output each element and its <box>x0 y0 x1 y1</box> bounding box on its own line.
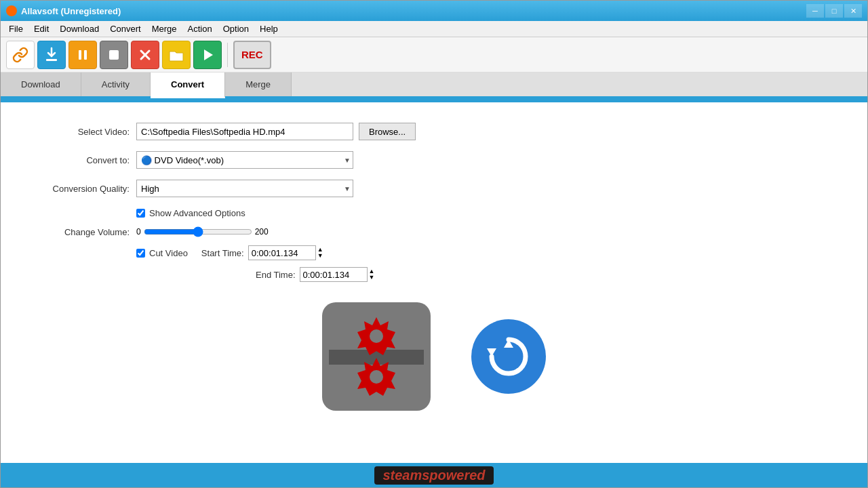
quality-label: Conversion Quality: <box>28 184 136 194</box>
menu-convert[interactable]: Convert <box>104 22 146 35</box>
convert-to-wrapper: 🔵 DVD Video(*.vob) ▼ <box>136 151 353 169</box>
quality-row: Conversion Quality: High Medium Low ▼ <box>28 180 840 197</box>
volume-slider[interactable] <box>144 226 252 237</box>
tab-download[interactable]: Download <box>1 73 81 96</box>
bottom-bar: steamspowered <box>1 463 867 487</box>
quality-wrapper: High Medium Low ▼ <box>136 180 353 197</box>
browse-button[interactable]: Browse... <box>359 123 416 140</box>
tab-merge[interactable]: Merge <box>225 73 292 96</box>
icons-area <box>28 289 840 424</box>
cancel-button[interactable] <box>131 41 159 69</box>
menu-bar: File Edit Download Convert Merge Action … <box>1 21 867 37</box>
end-time-row: End Time: ▲ ▼ <box>256 267 840 282</box>
download-button[interactable] <box>37 41 66 69</box>
select-video-label: Select Video: <box>28 127 136 137</box>
end-time-input[interactable] <box>300 267 368 282</box>
menu-edit[interactable]: Edit <box>28 22 54 35</box>
pause-button[interactable] <box>68 41 97 69</box>
app-icon <box>6 5 17 16</box>
maximize-button[interactable]: □ <box>825 4 843 18</box>
convert-to-row: Convert to: 🔵 DVD Video(*.vob) ▼ <box>28 151 840 169</box>
watermark-text: steamspowered <box>374 466 493 485</box>
menu-file[interactable]: File <box>3 22 28 35</box>
select-video-input[interactable] <box>136 123 353 140</box>
start-time-label: Start Time: <box>201 248 244 258</box>
svg-marker-6 <box>204 49 213 60</box>
cut-video-checkbox[interactable] <box>136 249 145 258</box>
cut-video-label[interactable]: Cut Video <box>149 248 188 258</box>
volume-max: 200 <box>255 227 269 237</box>
quality-select[interactable]: High Medium Low <box>136 180 353 197</box>
menu-action[interactable]: Action <box>182 22 218 35</box>
menu-option[interactable]: Option <box>218 22 254 35</box>
volume-min: 0 <box>136 227 141 237</box>
end-time-label: End Time: <box>256 270 296 280</box>
cut-video-row: Cut Video Start Time: ▲ ▼ <box>136 245 840 260</box>
folder-button[interactable] <box>162 41 191 69</box>
allavsoft-icon <box>322 302 431 411</box>
rec-button[interactable]: REC <box>233 41 271 69</box>
advanced-options-row: Show Advanced Options <box>136 208 840 218</box>
end-time-down[interactable]: ▼ <box>369 274 375 281</box>
svg-rect-3 <box>109 50 119 60</box>
link-button[interactable] <box>6 41 35 69</box>
menu-merge[interactable]: Merge <box>146 22 182 35</box>
minimize-button[interactable]: ─ <box>806 4 824 18</box>
convert-to-select[interactable]: 🔵 DVD Video(*.vob) <box>136 151 353 169</box>
tab-convert[interactable]: Convert <box>151 73 225 98</box>
stop-button[interactable] <box>100 41 128 69</box>
convert-panel: Select Video: Browse... Convert to: 🔵 DV… <box>1 102 867 463</box>
toolbar: REC <box>1 37 867 73</box>
app-window: Allavsoft (Unregistered) ─ □ ✕ File Edit… <box>0 0 868 488</box>
select-video-row: Select Video: Browse... <box>28 123 840 140</box>
convert-icon <box>471 319 546 394</box>
title-bar: Allavsoft (Unregistered) ─ □ ✕ <box>1 1 867 21</box>
svg-rect-2 <box>84 50 87 60</box>
menu-help[interactable]: Help <box>254 22 283 35</box>
start-time-down[interactable]: ▼ <box>317 253 323 259</box>
start-time-input[interactable] <box>248 245 316 260</box>
menu-download[interactable]: Download <box>54 22 104 35</box>
tab-bar: Download Activity Convert Merge <box>1 73 867 98</box>
app-title: Allavsoft (Unregistered) <box>21 6 121 16</box>
advanced-options-label[interactable]: Show Advanced Options <box>149 208 245 218</box>
svg-point-9 <box>370 370 383 384</box>
play-button[interactable] <box>193 41 222 69</box>
convert-to-label: Convert to: <box>28 155 136 165</box>
svg-point-8 <box>370 329 383 343</box>
svg-rect-1 <box>79 50 81 60</box>
main-content: Select Video: Browse... Convert to: 🔵 DV… <box>1 102 867 487</box>
svg-rect-0 <box>46 59 57 61</box>
tab-activity[interactable]: Activity <box>81 73 151 96</box>
toolbar-divider <box>227 43 228 67</box>
advanced-options-checkbox[interactable] <box>136 209 145 218</box>
volume-row: Change Volume: 0 200 <box>28 226 840 237</box>
volume-label: Change Volume: <box>28 227 136 237</box>
close-button[interactable]: ✕ <box>844 4 862 18</box>
